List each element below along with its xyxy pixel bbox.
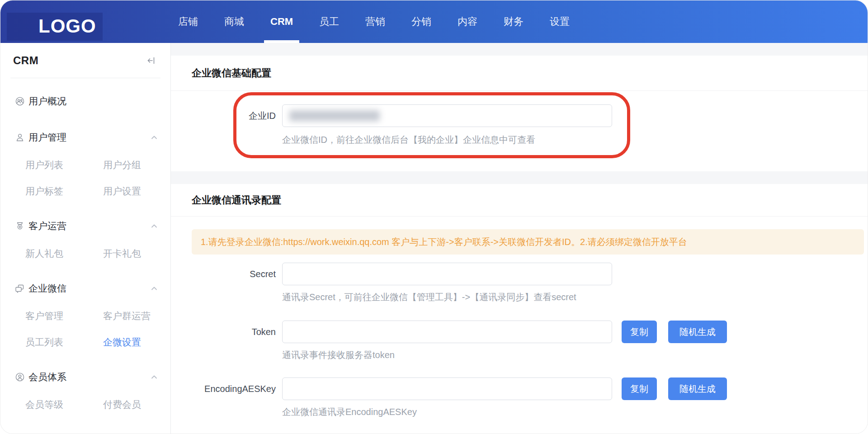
sidebar-title: CRM — [13, 54, 38, 67]
app-window: LOGO 店铺 商城 CRM 员工 营销 分销 内容 财务 设置 CRM — [0, 0, 868, 434]
sidebar-item-card-pack[interactable]: 开卡礼包 — [103, 247, 170, 260]
sidebar-item-paid-membership[interactable]: 付费会员 — [103, 398, 170, 411]
users-overview-icon — [15, 96, 25, 106]
secret-input-field[interactable] — [289, 263, 605, 285]
sidebar-item-customer-operation[interactable]: 客户运营 — [0, 212, 170, 241]
token-input-field[interactable] — [289, 321, 605, 343]
aeskey-copy-button[interactable]: 复制 — [622, 377, 657, 400]
corp-id-label: 企业ID — [171, 110, 276, 122]
secret-label: Secret — [171, 269, 276, 279]
sidebar-item-label: 客户运营 — [28, 220, 150, 232]
sidebar-item-user-settings[interactable]: 用户设置 — [103, 185, 170, 198]
sidebar-item-wecom[interactable]: 企业微信 — [0, 274, 170, 303]
sidebar-item-label: 用户概况 — [28, 95, 159, 108]
nav-tab-finance[interactable]: 财务 — [504, 0, 524, 43]
sidebar-item-customer-group-operation[interactable]: 客户群运营 — [103, 310, 170, 322]
token-label: Token — [171, 327, 276, 337]
sidebar-item-user-management[interactable]: 用户管理 — [0, 123, 170, 152]
chevron-up-icon[interactable] — [150, 222, 159, 231]
sidebar-item-label: 用户管理 — [28, 131, 150, 144]
sidebar-subgroup: 会员等级 付费会员 — [0, 392, 170, 418]
token-generate-button[interactable]: 随机生成 — [668, 321, 727, 343]
sidebar-subgroup: 新人礼包 开卡礼包 — [0, 241, 170, 267]
sidebar: CRM — [0, 43, 171, 434]
sidebar-item-membership[interactable]: 会员体系 — [0, 363, 170, 392]
sidebar-item-staff-list[interactable]: 员工列表 — [25, 336, 103, 349]
aeskey-input[interactable] — [282, 377, 612, 400]
aeskey-input-field[interactable] — [289, 378, 605, 400]
sidebar-item-label: 会员体系 — [28, 371, 150, 383]
corp-id-input[interactable] — [282, 104, 612, 127]
section-wecom-contacts-config: 企业微信通讯录配置 1.请先登录企业微信:https://work.weixin… — [171, 184, 868, 434]
chevron-up-icon[interactable] — [150, 133, 159, 142]
sidebar-item-wecom-settings[interactable]: 企微设置 — [103, 336, 170, 349]
secret-help: 通讯录Secret，可前往企业微信【管理工具】->【通讯录同步】查看secret — [282, 291, 868, 303]
redacted-value — [289, 110, 380, 121]
nav-tab-staff[interactable]: 员工 — [319, 0, 339, 43]
sidebar-item-user-groups[interactable]: 用户分组 — [103, 159, 170, 171]
token-copy-button[interactable]: 复制 — [622, 321, 657, 343]
nav-tab-content[interactable]: 内容 — [458, 0, 477, 43]
sidebar-item-customer-management[interactable]: 客户管理 — [25, 310, 103, 322]
section-wecom-basic-config: 企业微信基础配置 企业ID 企业微信ID，前往企业微信后台【我的企业】企业信息中… — [171, 56, 868, 171]
user-icon — [15, 132, 25, 142]
sidebar-item-user-tags[interactable]: 用户标签 — [25, 185, 103, 198]
sidebar-item-label: 企业微信 — [28, 282, 150, 295]
nav-tab-mall[interactable]: 商城 — [224, 0, 244, 43]
logo: LOGO — [38, 12, 96, 40]
chevron-up-icon[interactable] — [150, 373, 159, 382]
sidebar-subgroup: 客户管理 客户群运营 员工列表 企微设置 — [0, 303, 170, 355]
corp-id-help: 企业微信ID，前往企业微信后台【我的企业】企业信息中可查看 — [282, 133, 868, 146]
nav-tab-shop[interactable]: 店铺 — [178, 0, 198, 43]
chevron-up-icon[interactable] — [150, 284, 159, 293]
sidebar-item-user-list[interactable]: 用户列表 — [25, 159, 103, 171]
sidebar-menu: 用户概况 用户管理 用户列表 用户分组 — [0, 78, 170, 418]
aeskey-generate-button[interactable]: 随机生成 — [668, 377, 727, 400]
nav-tab-marketing[interactable]: 营销 — [365, 0, 385, 43]
nav-tab-settings[interactable]: 设置 — [550, 0, 570, 43]
sidebar-item-user-overview[interactable]: 用户概况 — [0, 87, 170, 116]
collapse-left-icon[interactable] — [145, 55, 157, 66]
token-help: 通讯录事件接收服务器token — [282, 349, 868, 361]
main-content: 企业微信基础配置 企业ID 企业微信ID，前往企业微信后台【我的企业】企业信息中… — [171, 43, 868, 434]
badge-icon — [15, 221, 25, 231]
sidebar-item-member-levels[interactable]: 会员等级 — [25, 398, 103, 411]
sidebar-subgroup: 用户列表 用户分组 用户标签 用户设置 — [0, 152, 170, 204]
aeskey-label: EncodingAESKey — [171, 384, 276, 394]
nav-tab-crm[interactable]: CRM — [270, 0, 293, 43]
nav-tab-distribution[interactable]: 分销 — [411, 0, 431, 43]
aeskey-help: 企业微信通讯录EncodingAESKey — [282, 406, 868, 418]
section-title: 企业微信基础配置 — [171, 56, 868, 91]
top-navigation: LOGO 店铺 商城 CRM 员工 营销 分销 内容 财务 设置 — [0, 0, 868, 43]
sidebar-item-newcomer-pack[interactable]: 新人礼包 — [25, 247, 103, 260]
chat-bubbles-icon — [15, 283, 25, 293]
member-icon — [15, 372, 25, 382]
nav-tabs: 店铺 商城 CRM 员工 营销 分销 内容 财务 设置 — [178, 0, 570, 43]
secret-input[interactable] — [282, 263, 612, 285]
token-input[interactable] — [282, 321, 612, 343]
notice-banner: 1.请先登录企业微信:https://work.weixin.qq.com 客户… — [192, 229, 864, 255]
section-title: 企业微信通讯录配置 — [171, 184, 868, 217]
